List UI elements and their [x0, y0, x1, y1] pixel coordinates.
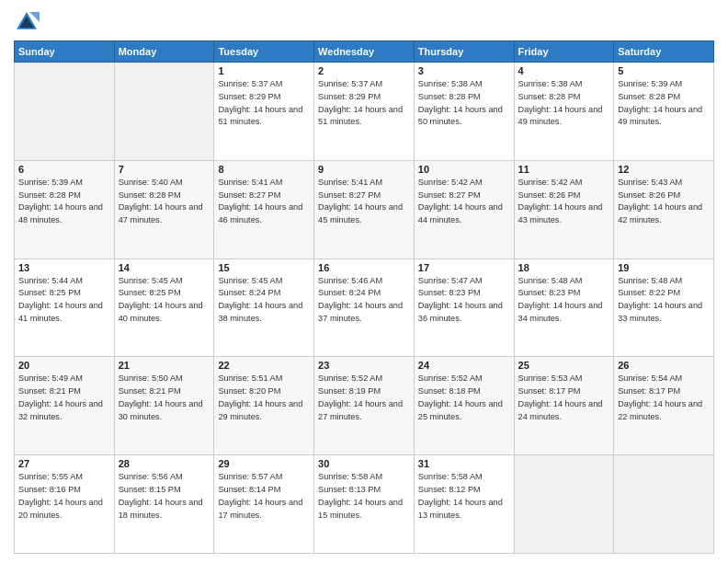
- day-info: Sunrise: 5:54 AM Sunset: 8:17 PM Dayligh…: [618, 373, 710, 423]
- calendar-cell: 8Sunrise: 5:41 AM Sunset: 8:27 PM Daylig…: [214, 160, 314, 259]
- day-number: 5: [618, 65, 710, 76]
- day-number: 8: [218, 164, 310, 175]
- calendar-cell: [514, 455, 614, 554]
- day-info: Sunrise: 5:56 AM Sunset: 8:15 PM Dayligh…: [119, 471, 210, 522]
- calendar-cell: 27Sunrise: 5:55 AM Sunset: 8:16 PM Dayli…: [15, 455, 115, 554]
- day-info: Sunrise: 5:46 AM Sunset: 8:24 PM Dayligh…: [318, 275, 410, 326]
- day-info: Sunrise: 5:51 AM Sunset: 8:20 PM Dayligh…: [218, 373, 310, 423]
- day-info: Sunrise: 5:39 AM Sunset: 8:28 PM Dayligh…: [18, 177, 110, 227]
- calendar-cell: 22Sunrise: 5:51 AM Sunset: 8:20 PM Dayli…: [214, 357, 314, 455]
- calendar-cell: 20Sunrise: 5:49 AM Sunset: 8:21 PM Dayli…: [15, 357, 115, 455]
- calendar-week-3: 13Sunrise: 5:44 AM Sunset: 8:25 PM Dayli…: [15, 259, 714, 357]
- day-number: 26: [618, 360, 710, 371]
- calendar-cell: 23Sunrise: 5:52 AM Sunset: 8:19 PM Dayli…: [314, 357, 415, 455]
- day-info: Sunrise: 5:52 AM Sunset: 8:18 PM Dayligh…: [418, 373, 510, 423]
- day-number: 15: [218, 262, 310, 273]
- day-info: Sunrise: 5:42 AM Sunset: 8:26 PM Dayligh…: [518, 177, 610, 227]
- day-info: Sunrise: 5:40 AM Sunset: 8:28 PM Dayligh…: [119, 177, 210, 227]
- day-number: 22: [218, 360, 310, 371]
- calendar-cell: 17Sunrise: 5:47 AM Sunset: 8:23 PM Dayli…: [414, 259, 514, 357]
- calendar-cell: 9Sunrise: 5:41 AM Sunset: 8:27 PM Daylig…: [314, 160, 415, 259]
- calendar-cell: 10Sunrise: 5:42 AM Sunset: 8:27 PM Dayli…: [414, 160, 514, 259]
- day-number: 14: [119, 262, 210, 273]
- page: SundayMondayTuesdayWednesdayThursdayFrid…: [0, 0, 728, 563]
- day-number: 2: [318, 65, 410, 76]
- logo-icon: [14, 9, 40, 35]
- calendar-header-wednesday: Wednesday: [314, 41, 415, 63]
- day-number: 11: [518, 164, 610, 175]
- day-info: Sunrise: 5:38 AM Sunset: 8:28 PM Dayligh…: [518, 78, 610, 129]
- calendar-table: SundayMondayTuesdayWednesdayThursdayFrid…: [14, 40, 714, 554]
- calendar-cell: 1Sunrise: 5:37 AM Sunset: 8:29 PM Daylig…: [214, 63, 314, 161]
- calendar-cell: 25Sunrise: 5:53 AM Sunset: 8:17 PM Dayli…: [514, 357, 614, 455]
- day-number: 24: [418, 360, 510, 371]
- day-info: Sunrise: 5:37 AM Sunset: 8:29 PM Dayligh…: [218, 78, 310, 129]
- calendar-cell: 28Sunrise: 5:56 AM Sunset: 8:15 PM Dayli…: [114, 455, 214, 554]
- calendar-header-saturday: Saturday: [614, 41, 714, 63]
- header: [14, 9, 714, 35]
- day-number: 6: [18, 164, 110, 175]
- day-number: 3: [418, 65, 510, 76]
- day-info: Sunrise: 5:45 AM Sunset: 8:24 PM Dayligh…: [218, 275, 310, 326]
- day-number: 20: [18, 360, 110, 371]
- day-number: 4: [518, 65, 610, 76]
- day-info: Sunrise: 5:52 AM Sunset: 8:19 PM Dayligh…: [318, 373, 410, 423]
- day-number: 7: [119, 164, 210, 175]
- day-number: 10: [418, 164, 510, 175]
- day-info: Sunrise: 5:49 AM Sunset: 8:21 PM Dayligh…: [18, 373, 110, 423]
- day-number: 21: [119, 360, 210, 371]
- day-number: 18: [518, 262, 610, 273]
- day-info: Sunrise: 5:58 AM Sunset: 8:13 PM Dayligh…: [318, 471, 410, 522]
- day-info: Sunrise: 5:45 AM Sunset: 8:25 PM Dayligh…: [119, 275, 210, 326]
- day-number: 17: [418, 262, 510, 273]
- calendar-cell: 16Sunrise: 5:46 AM Sunset: 8:24 PM Dayli…: [314, 259, 415, 357]
- day-number: 31: [418, 458, 510, 469]
- calendar-week-5: 27Sunrise: 5:55 AM Sunset: 8:16 PM Dayli…: [15, 455, 714, 554]
- day-info: Sunrise: 5:47 AM Sunset: 8:23 PM Dayligh…: [418, 275, 510, 326]
- calendar-cell: [114, 63, 214, 161]
- calendar-cell: [614, 455, 714, 554]
- day-number: 29: [218, 458, 310, 469]
- calendar-cell: 14Sunrise: 5:45 AM Sunset: 8:25 PM Dayli…: [114, 259, 214, 357]
- day-number: 12: [618, 164, 710, 175]
- day-info: Sunrise: 5:58 AM Sunset: 8:12 PM Dayligh…: [418, 471, 510, 522]
- calendar-cell: 6Sunrise: 5:39 AM Sunset: 8:28 PM Daylig…: [15, 160, 115, 259]
- day-info: Sunrise: 5:48 AM Sunset: 8:23 PM Dayligh…: [518, 275, 610, 326]
- calendar-header-tuesday: Tuesday: [214, 41, 314, 63]
- day-number: 27: [18, 458, 110, 469]
- calendar-cell: 13Sunrise: 5:44 AM Sunset: 8:25 PM Dayli…: [15, 259, 115, 357]
- calendar-cell: 11Sunrise: 5:42 AM Sunset: 8:26 PM Dayli…: [514, 160, 614, 259]
- calendar-week-4: 20Sunrise: 5:49 AM Sunset: 8:21 PM Dayli…: [15, 357, 714, 455]
- day-info: Sunrise: 5:39 AM Sunset: 8:28 PM Dayligh…: [618, 78, 710, 129]
- calendar-cell: [15, 63, 115, 161]
- calendar-cell: 7Sunrise: 5:40 AM Sunset: 8:28 PM Daylig…: [114, 160, 214, 259]
- day-number: 16: [318, 262, 410, 273]
- calendar-cell: 18Sunrise: 5:48 AM Sunset: 8:23 PM Dayli…: [514, 259, 614, 357]
- day-info: Sunrise: 5:41 AM Sunset: 8:27 PM Dayligh…: [218, 177, 310, 227]
- calendar-header-sunday: Sunday: [15, 41, 115, 63]
- calendar-cell: 3Sunrise: 5:38 AM Sunset: 8:28 PM Daylig…: [414, 63, 514, 161]
- day-number: 30: [318, 458, 410, 469]
- calendar-cell: 5Sunrise: 5:39 AM Sunset: 8:28 PM Daylig…: [614, 63, 714, 161]
- day-info: Sunrise: 5:43 AM Sunset: 8:26 PM Dayligh…: [618, 177, 710, 227]
- day-info: Sunrise: 5:48 AM Sunset: 8:22 PM Dayligh…: [618, 275, 710, 326]
- day-info: Sunrise: 5:53 AM Sunset: 8:17 PM Dayligh…: [518, 373, 610, 423]
- day-info: Sunrise: 5:44 AM Sunset: 8:25 PM Dayligh…: [18, 275, 110, 326]
- day-info: Sunrise: 5:50 AM Sunset: 8:21 PM Dayligh…: [119, 373, 210, 423]
- calendar-cell: 26Sunrise: 5:54 AM Sunset: 8:17 PM Dayli…: [614, 357, 714, 455]
- day-number: 23: [318, 360, 410, 371]
- day-number: 1: [218, 65, 310, 76]
- calendar-cell: 29Sunrise: 5:57 AM Sunset: 8:14 PM Dayli…: [214, 455, 314, 554]
- day-number: 19: [618, 262, 710, 273]
- calendar-week-2: 6Sunrise: 5:39 AM Sunset: 8:28 PM Daylig…: [15, 160, 714, 259]
- calendar-cell: 30Sunrise: 5:58 AM Sunset: 8:13 PM Dayli…: [314, 455, 415, 554]
- day-info: Sunrise: 5:41 AM Sunset: 8:27 PM Dayligh…: [318, 177, 410, 227]
- calendar-cell: 12Sunrise: 5:43 AM Sunset: 8:26 PM Dayli…: [614, 160, 714, 259]
- calendar-cell: 2Sunrise: 5:37 AM Sunset: 8:29 PM Daylig…: [314, 63, 415, 161]
- day-number: 9: [318, 164, 410, 175]
- calendar-header-monday: Monday: [114, 41, 214, 63]
- calendar-cell: 24Sunrise: 5:52 AM Sunset: 8:18 PM Dayli…: [414, 357, 514, 455]
- day-info: Sunrise: 5:55 AM Sunset: 8:16 PM Dayligh…: [18, 471, 110, 522]
- calendar-header-friday: Friday: [514, 41, 614, 63]
- day-info: Sunrise: 5:57 AM Sunset: 8:14 PM Dayligh…: [218, 471, 310, 522]
